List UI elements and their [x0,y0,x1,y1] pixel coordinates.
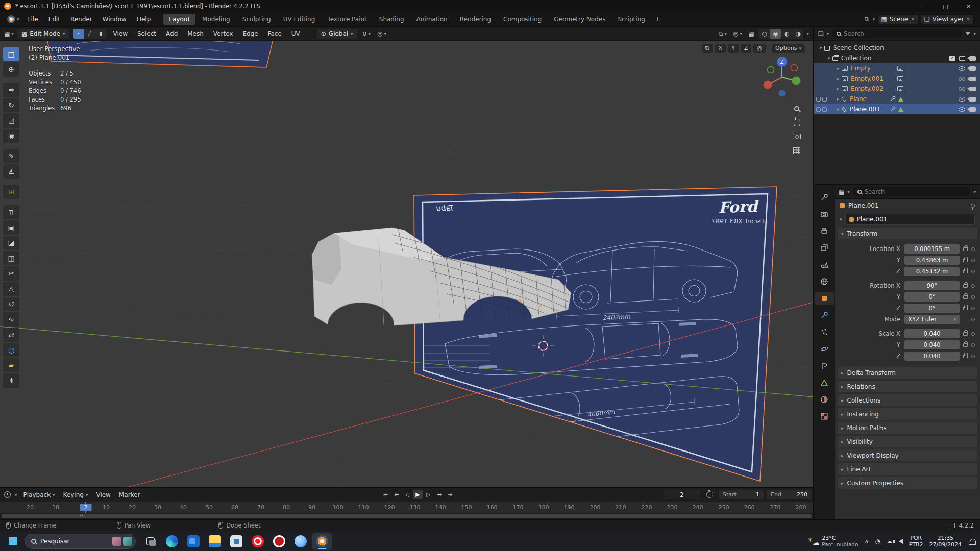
pan-hand-icon[interactable] [794,119,800,126]
properties-editor-icon[interactable]: ▦ [839,188,844,195]
navigation-gizmo[interactable]: Z [761,56,803,98]
vertex-select-button[interactable]: • [73,29,84,39]
tool-poly-build[interactable]: △ [3,282,19,296]
snap-toggle[interactable]: ∪ ▾ [361,29,372,38]
animate-dot[interactable] [971,307,975,310]
hide-icon[interactable] [959,97,965,102]
outliner-editor-icon[interactable]: ❏ [818,30,824,37]
section-motion-paths[interactable]: ▸Motion Paths [838,422,977,434]
tool-move[interactable]: ⇔ [3,83,19,97]
editor-type-button[interactable]: ▦ ▾ [4,30,14,37]
section-instancing[interactable]: ▸Instancing [838,408,977,420]
workspace-tab-rendering[interactable]: Rendering [454,14,497,25]
tool-bevel[interactable]: ◪ [3,236,19,250]
hide-icon[interactable] [959,107,965,112]
shading-rendered-button[interactable]: ◑ [792,29,803,39]
taskbar-app-opera[interactable] [270,533,289,550]
location-z-field[interactable]: 0.45132 m [904,267,960,276]
outliner-search-input[interactable]: Search [832,29,962,38]
hide-icon[interactable] [959,66,965,71]
animate-dot[interactable] [971,295,975,299]
outliner-row-empty-002[interactable]: ▸ Empty.002 [814,84,980,94]
rotation-mode-dropdown[interactable]: XYZ Euler ▾ [904,315,960,324]
tab-output[interactable] [816,224,832,238]
tab-render[interactable] [816,208,832,221]
tab-material[interactable] [816,393,832,406]
animate-dot[interactable] [971,247,975,251]
animate-dot[interactable] [971,284,975,288]
chevron-down-icon[interactable]: ▾ [973,189,976,194]
tool-annotate[interactable]: ✎ [3,149,19,163]
chevron-down-icon[interactable]: ▾ [840,217,842,222]
rotation-z-field[interactable]: 0° [904,304,960,313]
view-layer-selector[interactable]: ❏ ViewLayer ✕ [921,14,974,24]
outliner-row-plane-001[interactable]: ▸ Plane.001 [814,104,980,114]
menu-keying[interactable]: Keying▾ [61,490,90,499]
tab-object[interactable] [815,292,834,305]
lock-icon[interactable] [963,355,968,358]
workspace-tab-shading[interactable]: Shading [374,14,410,25]
tab-constraints[interactable] [816,359,832,372]
taskbar-app-photos[interactable] [291,533,310,550]
timeline-scrollbar[interactable]: ‹‹ [0,513,813,519]
orthographic-toggle-icon[interactable] [793,147,800,154]
tool-loop-cut[interactable]: ◫ [3,251,19,265]
outliner-row-plane[interactable]: ▸ Plane [814,94,980,104]
scene-canvas[interactable]: Ford Escort XR3 1987 Tabu [0,41,813,487]
scale-x-field[interactable]: 0.040 [904,329,960,338]
current-frame-field[interactable]: 2 [664,490,700,499]
workspace-tab-compositing[interactable]: Compositing [498,14,547,25]
chevron-down-icon[interactable]: ▾ [827,31,829,36]
volume-icon[interactable] [899,539,903,544]
viewport-3d[interactable]: Ford Escort XR3 1987 Tabu [0,41,813,487]
menu-render[interactable]: Render [66,14,97,24]
remove-view-layer-icon[interactable]: ✕ [966,17,970,22]
tool-spin[interactable]: ↺ [3,297,19,311]
next-frame-button[interactable]: ▷ [424,490,433,499]
tool-rotate[interactable]: ↻ [3,98,19,112]
chevron-down-icon[interactable]: ▾ [847,189,850,194]
tab-view-layer[interactable] [816,241,832,255]
workspace-tab-scripting[interactable]: Scripting [612,14,650,25]
taskbar-app-outlook[interactable] [184,533,203,550]
hide-icon[interactable] [959,87,965,91]
tool-extrude[interactable]: ⇈ [3,205,19,219]
clock-tray-icon[interactable]: ◔ [875,538,880,545]
tool-cursor[interactable]: ⊕ [3,62,19,77]
frame-drag-handle-icon[interactable]: ‹‹ [80,513,84,518]
start-button[interactable] [3,533,22,550]
animate-dot[interactable] [971,343,975,347]
menu-select[interactable]: Select [134,29,159,39]
menu-help[interactable]: Help [132,14,155,24]
scale-y-field[interactable]: 0.040 [904,340,960,349]
taskbar-app-explorer[interactable] [205,533,225,550]
frame-start-field[interactable]: Start 1 [719,490,764,499]
hide-icon[interactable] [959,77,965,81]
animate-dot[interactable] [971,318,975,321]
tray-expand-icon[interactable]: ∧ [864,538,869,545]
jump-to-end-button[interactable]: ⇥ [445,490,455,499]
expand-icon[interactable]: ▾ [817,45,824,51]
menu-playback[interactable]: Playback▾ [21,490,57,499]
menu-add[interactable]: Add [163,29,181,39]
workspace-tab-animation[interactable]: Animation [411,14,453,25]
tab-tool[interactable] [816,191,832,204]
object-name-field[interactable]: Plane.001 [845,214,975,225]
tab-world[interactable] [816,275,832,288]
weather-widget[interactable]: ☀☁ 23°C Parc. nublado [807,535,858,548]
location-y-field[interactable]: 0.43863 m [904,256,960,265]
pin-icon[interactable] [971,204,975,208]
minimize-button[interactable]: – [911,0,934,12]
tab-texture[interactable] [816,410,832,423]
scale-z-field[interactable]: 0.040 [904,352,960,361]
render-visibility-icon[interactable] [969,66,976,71]
shading-solid-button[interactable]: ◉ [770,29,781,39]
tab-physics[interactable] [816,342,832,356]
zoom-icon[interactable] [794,106,799,111]
location-x-field[interactable]: 0.000155 m [904,244,960,254]
next-keyframe-button[interactable]: ↠ [434,490,444,499]
tool-knife[interactable]: ✂ [3,266,19,281]
animate-dot[interactable] [971,270,975,273]
section-line-art[interactable]: ▸Line Art [838,463,977,475]
edge-select-button[interactable]: ╱ [84,29,95,39]
